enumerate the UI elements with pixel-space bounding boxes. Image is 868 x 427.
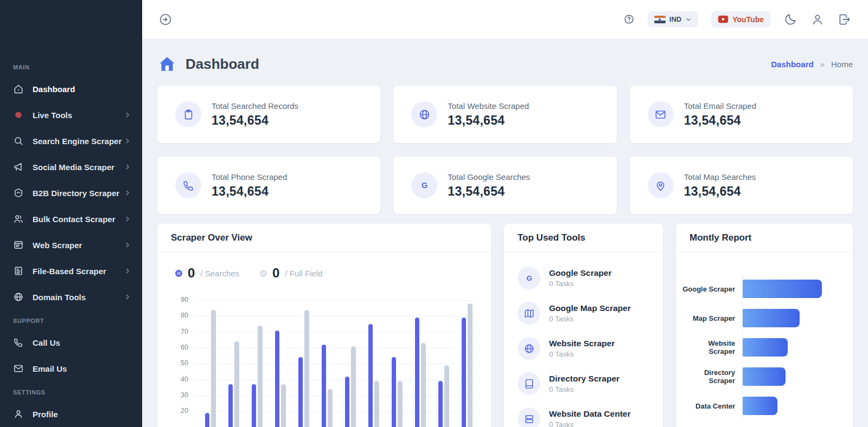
monthly-bar [743,367,786,386]
bar-full-field [421,343,426,427]
stat-text: Total Phone Scraped 13,54,654 [212,172,287,199]
sidebar-toggle-icon[interactable] [158,12,173,27]
tool-name: Directory Scraper [549,374,620,384]
sidebar-item-profile[interactable]: Profile [0,401,142,427]
sidebar-item-label: Email Us [33,364,131,373]
live-dot-icon [13,109,24,120]
tool-text: Google Scraper 0 Tasks [549,268,611,288]
bar-full-field [258,326,263,427]
monthly-category-label: Directory Scraper [682,368,742,385]
server-icon [518,407,540,427]
overview-chart-body: 0 / Searches 0 / Full Field 203040506070… [157,253,491,427]
sidebar-item-live-tools[interactable]: Live Tools [0,102,142,128]
chevron-right-icon [124,111,131,119]
svg-text:G: G [526,274,532,282]
clipboard-icon [175,101,201,127]
language-selector[interactable]: IND [648,11,698,27]
svg-text:G: G [422,181,427,190]
stat-text: Total Map Searches 13,54,654 [684,172,756,199]
sidebar-item-domain-tools[interactable]: Domain Tools [0,284,142,310]
y-axis-tick: 70 [171,328,188,335]
youtube-button[interactable]: YouTube [711,11,770,28]
bar-searches [228,384,233,427]
y-axis-tick: 20 [171,407,188,415]
tool-item-website-data-center[interactable]: Website Data Center 0 Tasks [518,407,649,427]
bar-searches [205,413,209,427]
legend-dot-icon [260,270,267,277]
youtube-label: YouTube [732,15,764,24]
users-icon [13,214,24,224]
scraper-overview-panel: Scraper Over View 0 / Searches 0 / Full … [157,224,491,427]
sidebar-item-bulk-contact-scraper[interactable]: Bulk Contact Scraper [0,206,142,232]
sidebar-item-social-media-scraper[interactable]: Social Media Scraper [0,154,142,180]
stat-label: Total Phone Scraped [212,172,287,182]
language-code: IND [669,15,681,23]
sidebar-item-label: Social Media Scraper [33,163,124,172]
monthly-bar-row: Data Center [682,391,838,420]
sidebar-item-label: File-Based Scraper [33,267,124,276]
user-profile-icon[interactable] [810,12,825,27]
stat-value: 13,54,654 [684,184,756,199]
sidebar-section-label: SUPPORT [0,310,142,329]
sidebar-item-b2b-directory-scraper[interactable]: B2B Directory Scraper [0,180,142,206]
tool-item-directory-scraper[interactable]: Directory Scraper 0 Tasks [518,372,649,395]
tool-item-website-scraper[interactable]: Website Scraper 0 Tasks [518,337,649,360]
tool-item-google-scraper[interactable]: G Google Scraper 0 Tasks [518,267,649,289]
monthly-bar-row: Directory Scraper [682,362,838,391]
tool-name: Google Scraper [549,268,611,278]
stat-value: 13,54,654 [212,184,287,199]
tool-item-google-map-scraper[interactable]: Google Map Scraper 0 Tasks [518,302,649,325]
google-g-icon: G [411,172,437,198]
india-flag-icon [654,16,666,23]
map-icon [518,302,540,325]
bar-searches [322,345,326,427]
legend-value: 0 [188,266,195,281]
sidebar-item-call-us[interactable]: Call Us [0,329,142,355]
monthly-bar-row: Google Scraper [682,274,838,303]
tool-text: Website Scraper 0 Tasks [549,339,615,358]
stat-card: Total Searched Records 13,54,654 [157,86,380,143]
monthly-bar [743,397,777,415]
legend-item[interactable]: 0 / Full Field [260,266,323,281]
home-icon [157,55,177,73]
monthly-bar-zone [742,333,838,362]
sidebar-section-label: SETTINGS [0,381,142,401]
globe-icon [13,292,24,302]
map-pin-icon [648,172,674,198]
stat-text: Total Email Scraped 13,54,654 [684,101,756,128]
sidebar-item-label: Profile [33,410,131,419]
monthly-bar [743,309,800,327]
header-actions: IND YouTube [623,11,852,28]
monthly-bar [743,338,788,357]
bar-searches [298,357,303,427]
stat-label: Total Google Searches [448,172,530,182]
breadcrumb-current[interactable]: Dashboard [771,60,813,69]
stat-label: Total Searched Records [212,101,298,111]
sidebar-item-label: Search Engine Scraper [33,137,124,146]
bar-searches [345,377,349,427]
legend-item[interactable]: 0 / Searches [175,266,239,281]
help-icon[interactable] [623,14,635,25]
bar-full-field [398,381,403,427]
tools-list: G Google Scraper 0 Tasks Google Map Scra… [504,253,663,427]
sidebar-item-search-engine-scraper[interactable]: Search Engine Scraper [0,128,142,154]
sidebar-item-web-scraper[interactable]: Web Scraper [0,232,142,258]
sidebar-item-email-us[interactable]: Email Us [0,355,142,381]
tool-task-count: 0 Tasks [549,385,620,393]
stat-card: Total Website Scraped 13,54,654 [393,86,616,143]
panel-title: Top Used Tools [504,224,663,253]
panel-title: Scraper Over View [157,224,491,253]
breadcrumb-home[interactable]: Home [831,60,853,69]
logout-icon[interactable] [838,12,852,27]
stat-text: Total Searched Records 13,54,654 [212,101,298,128]
dark-mode-moon-icon[interactable] [783,12,797,27]
bar-searches [462,318,466,427]
stat-value: 13,54,654 [212,113,298,128]
sidebar-item-file-based-scraper[interactable]: File-Based Scraper [0,258,142,284]
tool-name: Website Data Center [549,409,630,419]
chevron-right-icon [124,163,131,171]
monthly-bar-row: Map Scraper [682,303,838,333]
monthly-bar-row: Website Scraper [682,333,838,362]
sidebar-item-dashboard[interactable]: Dashboard [0,76,142,102]
stat-card: Total Map Searches 13,54,654 [630,157,853,214]
